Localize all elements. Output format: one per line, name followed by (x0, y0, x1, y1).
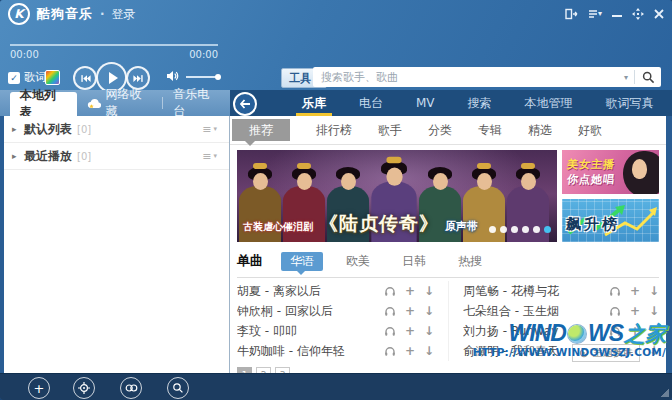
listen-button[interactable] (384, 305, 396, 317)
subnav-good-songs[interactable]: 好歌 (578, 122, 602, 139)
anchor-promo-banner[interactable]: 美女主播 你点她唱 (562, 150, 659, 194)
playlist-menu-button[interactable]: ≡ ▾ (202, 124, 221, 135)
download-button[interactable]: ↓ (424, 305, 434, 317)
lyrics-checkbox[interactable]: ✓ (8, 72, 20, 84)
song-row[interactable]: 周笔畅 - 花樽与花 +↓ (463, 281, 659, 301)
drama-ost-banner[interactable]: 古装虐心催泪剧 《陆贞传奇》 原声带 (237, 150, 557, 242)
subnav-albums[interactable]: 专辑 (478, 122, 502, 139)
song-row[interactable]: 刘力扬 - Runway +↓ (463, 321, 659, 341)
anchor-promo-line2: 你点她唱 (566, 172, 616, 187)
sidebar-tab-local-list[interactable]: 本地列表 (10, 92, 77, 116)
expander-icon[interactable]: ▸ (12, 124, 24, 134)
banner-caption: 古装虐心催泪剧 《陆贞传奇》 原声带 (243, 211, 478, 237)
mini-mode-button[interactable] (565, 8, 578, 20)
carousel-dot[interactable] (522, 226, 529, 233)
titlebar[interactable]: K 酷狗音乐 · 登录 ▾ (0, 0, 672, 28)
seek-bar[interactable] (10, 44, 218, 46)
expander-icon[interactable]: ▸ (12, 151, 24, 161)
song-title[interactable]: 七朵组合 - 玉生烟 (463, 303, 609, 320)
song-title[interactable]: 李玟 - 叩叩 (237, 323, 384, 340)
add-button[interactable]: + (630, 305, 640, 317)
resize-button[interactable] (632, 8, 644, 20)
playlist-row-recent[interactable]: ▸ 最近播放 [0] ≡ ▾ (4, 143, 229, 170)
download-button[interactable]: ↓ (424, 325, 434, 337)
check-icon: ✓ (10, 73, 18, 83)
add-music-button[interactable]: + (28, 377, 50, 399)
listen-button[interactable] (384, 345, 396, 357)
download-button[interactable]: ↓ (649, 325, 659, 337)
search-local-button[interactable] (167, 377, 189, 399)
download-button[interactable]: ↓ (649, 305, 659, 317)
listen-button[interactable] (384, 285, 396, 297)
sidebar-tab-cloud-favorites[interactable]: 网络收藏 (77, 90, 162, 116)
carousel-dot[interactable] (500, 226, 507, 233)
listen-button[interactable] (384, 325, 396, 337)
download-button[interactable]: ↓ (424, 285, 434, 297)
main-menu-button[interactable]: ▾ (588, 9, 602, 19)
subnav-featured[interactable]: 精选 (528, 122, 552, 139)
song-title[interactable]: 牛奶咖啡 - 信仰年轻 (237, 343, 384, 360)
song-title[interactable]: 刘力扬 - Runway (463, 323, 609, 340)
subnav-singers[interactable]: 歌手 (378, 122, 402, 139)
add-button[interactable]: + (630, 325, 640, 337)
change-skin-label: 主题换肤 (593, 346, 633, 360)
locate-button[interactable] (73, 377, 95, 399)
song-title[interactable]: 钟欣桐 - 回家以后 (237, 303, 384, 320)
tab-search[interactable]: 搜索 (468, 90, 492, 116)
singles-tab-western[interactable]: 欧美 (337, 252, 379, 271)
search-input[interactable] (313, 71, 618, 84)
singles-tab-hot[interactable]: 热搜 (449, 252, 491, 271)
carousel-dot[interactable] (489, 226, 496, 233)
search-button[interactable] (635, 71, 661, 84)
resize-grip[interactable] (661, 389, 669, 397)
close-button[interactable] (654, 9, 664, 19)
tab-radio[interactable]: 电台 (359, 90, 383, 116)
singles-tab-jk[interactable]: 日韩 (393, 252, 435, 271)
volume-icon[interactable] (166, 70, 180, 85)
song-title[interactable]: 胡夏 - 离家以后 (237, 283, 384, 300)
color-spectrum-icon[interactable] (45, 70, 60, 85)
add-button[interactable]: + (405, 285, 415, 297)
minimize-button[interactable] (612, 9, 622, 19)
add-button[interactable]: + (405, 325, 415, 337)
listen-button[interactable] (609, 305, 621, 317)
song-title[interactable]: 周笔畅 - 花樽与花 (463, 283, 609, 300)
tab-lyrics-photo[interactable]: 歌词写真 (606, 90, 654, 116)
song-row[interactable]: 牛奶咖啡 - 信仰年轻 +↓ (237, 341, 434, 361)
playlist-row-default[interactable]: ▸ 默认列表 [0] ≡ ▾ (4, 116, 229, 143)
add-button[interactable]: + (630, 285, 640, 297)
song-row[interactable]: 七朵组合 - 玉生烟 +↓ (463, 301, 659, 321)
volume-slider[interactable] (186, 76, 218, 78)
tab-local-manage[interactable]: 本地管理 (525, 90, 573, 116)
sidebar-tab-music-radio[interactable]: 音乐电台 (163, 90, 230, 116)
download-button[interactable]: ↓ (424, 345, 434, 357)
subnav-categories[interactable]: 分类 (428, 122, 452, 139)
playlist-menu-button[interactable]: ≡ ▾ (202, 151, 221, 162)
lyrics-toggle[interactable]: ✓ 歌词 (8, 70, 46, 85)
subnav-rankings[interactable]: 排行榜 (316, 122, 352, 139)
volume-knob[interactable] (215, 74, 221, 80)
previous-button[interactable] (73, 66, 97, 90)
carousel-dot-active[interactable] (544, 226, 551, 233)
carousel-dot[interactable] (511, 226, 518, 233)
rings-button[interactable] (120, 377, 142, 399)
back-button[interactable] (233, 92, 257, 116)
tab-music-library[interactable]: 乐库 (302, 90, 326, 116)
tab-mv[interactable]: MV (416, 90, 435, 116)
carousel-dot[interactable] (533, 226, 540, 233)
subnav-recommend[interactable]: 推荐 (232, 119, 290, 141)
song-row[interactable]: 李玟 - 叩叩 +↓ (237, 321, 434, 341)
listen-button[interactable] (609, 285, 621, 297)
add-button[interactable]: + (405, 345, 415, 357)
soaring-chart-banner[interactable]: 飙升榜 (562, 199, 659, 243)
listen-button[interactable] (609, 325, 621, 337)
download-button[interactable]: ↓ (649, 345, 659, 357)
login-link[interactable]: 登录 (112, 6, 136, 23)
add-button[interactable]: + (405, 305, 415, 317)
search-dropdown-caret[interactable]: ▾ (618, 73, 634, 82)
download-button[interactable]: ↓ (649, 285, 659, 297)
song-row[interactable]: 钟欣桐 - 回家以后 +↓ (237, 301, 434, 321)
singles-tab-mandarin[interactable]: 华语 (281, 252, 323, 271)
song-row[interactable]: 胡夏 - 离家以后 +↓ (237, 281, 434, 301)
change-skin-button[interactable]: 主题换肤 (572, 344, 640, 362)
